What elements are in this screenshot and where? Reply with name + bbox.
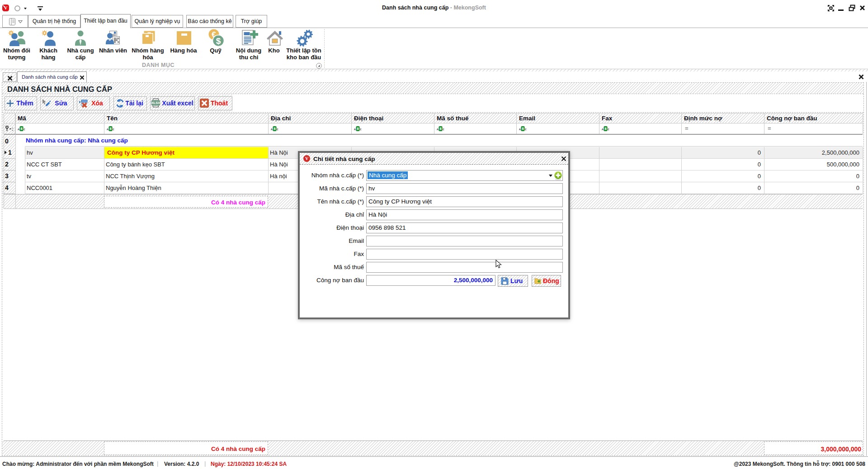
svg-text:B: B	[604, 127, 606, 131]
svg-text:B: B	[109, 127, 111, 131]
svg-text:C: C	[525, 128, 527, 131]
svg-text:C: C	[608, 128, 609, 131]
svg-text:A: A	[18, 128, 19, 131]
svg-text:A: A	[437, 128, 439, 131]
svg-text:C: C	[277, 128, 278, 131]
svg-text:$: $	[216, 36, 221, 46]
svg-text:C: C	[443, 128, 444, 131]
svg-text:XLSX: XLSX	[151, 101, 160, 105]
svg-text:C: C	[360, 128, 362, 131]
svg-text:A: A	[602, 128, 604, 131]
svg-text:A: A	[271, 128, 273, 131]
svg-text:B: B	[439, 127, 441, 131]
svg-text:C: C	[24, 128, 25, 131]
svg-text:B: B	[274, 127, 275, 131]
svg-text:B: B	[357, 127, 359, 131]
svg-text:B: B	[20, 127, 22, 131]
svg-text:B: B	[522, 127, 524, 131]
svg-text:A: A	[519, 128, 521, 131]
svg-text:C: C	[113, 128, 114, 131]
svg-text:A: A	[107, 128, 108, 131]
svg-text:A: A	[354, 128, 356, 131]
